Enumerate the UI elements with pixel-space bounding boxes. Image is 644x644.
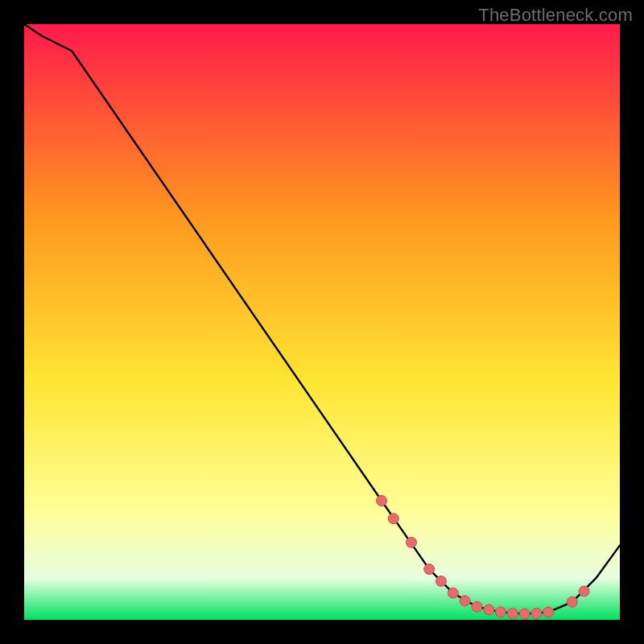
gradient-background [24,24,620,620]
plot-area [24,24,620,620]
chart-frame: TheBottleneck.com [0,0,644,644]
curve-marker [460,596,470,606]
curve-marker [407,537,417,547]
curve-marker [579,586,589,597]
bottleneck-curve-chart [24,24,620,620]
curve-marker [507,608,518,618]
curve-marker [543,607,554,617]
curve-marker [448,588,458,598]
curve-marker [377,496,387,506]
curve-marker [519,609,530,619]
curve-marker [531,608,542,618]
attribution-text: TheBottleneck.com [478,5,633,26]
curve-marker [472,601,482,612]
curve-marker [567,597,577,607]
curve-marker [436,576,447,586]
curve-marker [388,514,398,524]
curve-marker [496,607,506,617]
curve-marker [424,564,435,575]
curve-marker [484,605,494,615]
